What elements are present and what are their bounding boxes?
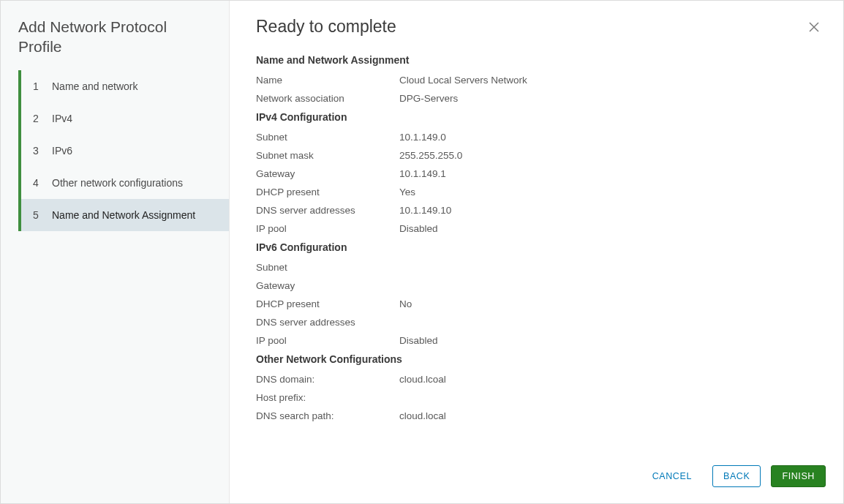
value-ipv4-subnet: 10.1.149.0 xyxy=(399,132,446,143)
step-ipv6[interactable]: 3 IPv6 xyxy=(18,135,229,167)
step-name-and-network[interactable]: 1 Name and network xyxy=(18,70,229,102)
wizard-title: Add Network Protocol Profile xyxy=(1,17,229,70)
label-ipv4-mask: Subnet mask xyxy=(256,150,399,161)
step-number: 4 xyxy=(33,177,43,189)
value-ipv4-gateway: 10.1.149.1 xyxy=(399,168,446,179)
row-dns-domain: DNS domain: cloud.lcoal xyxy=(256,374,826,385)
wizard-sidebar: Add Network Protocol Profile 1 Name and … xyxy=(1,1,230,503)
wizard-main: Ready to complete Name and Network Assig… xyxy=(230,1,843,503)
wizard-footer: CANCEL BACK FINISH xyxy=(230,454,843,503)
main-header: Ready to complete xyxy=(230,1,843,45)
label-ipv6-subnet: Subnet xyxy=(256,262,399,273)
finish-button[interactable]: FINISH xyxy=(771,465,826,487)
row-ipv4-subnet: Subnet 10.1.149.0 xyxy=(256,132,826,143)
row-ipv4-dns: DNS server addresses 10.1.149.10 xyxy=(256,205,826,216)
close-icon[interactable] xyxy=(808,20,820,37)
value-ipv4-dhcp: Yes xyxy=(399,187,415,198)
value-dns-search-path: cloud.local xyxy=(399,410,446,421)
row-host-prefix: Host prefix: xyxy=(256,392,826,403)
label-host-prefix: Host prefix: xyxy=(256,392,399,403)
row-network-association: Network association DPG-Servers xyxy=(256,93,826,104)
row-ipv6-subnet: Subnet xyxy=(256,262,826,273)
step-ipv4[interactable]: 2 IPv4 xyxy=(18,102,229,135)
step-other-network-configurations[interactable]: 4 Other network configurations xyxy=(18,167,229,199)
value-ipv6-pool: Disabled xyxy=(399,335,438,346)
value-network-association: DPG-Servers xyxy=(399,93,458,104)
value-dns-domain: cloud.lcoal xyxy=(399,374,446,385)
label-ipv6-dns: DNS server addresses xyxy=(256,317,399,328)
value-ipv6-dhcp: No xyxy=(399,298,412,309)
section-heading-ipv6: IPv6 Configuration xyxy=(256,241,826,253)
row-ipv6-pool: IP pool Disabled xyxy=(256,335,826,346)
summary-scroll[interactable]: Name and Network Assignment Name Cloud L… xyxy=(230,45,843,454)
row-ipv4-pool: IP pool Disabled xyxy=(256,223,826,234)
label-dns-search-path: DNS search path: xyxy=(256,410,399,421)
label-network-association: Network association xyxy=(256,93,399,104)
section-heading-other: Other Network Configurations xyxy=(256,353,826,365)
step-label: Other network configurations xyxy=(52,177,183,189)
value-name: Cloud Local Servers Network xyxy=(399,75,527,86)
page-title: Ready to complete xyxy=(256,17,396,37)
step-label: Name and Network Assignment xyxy=(52,209,195,221)
label-ipv6-gateway: Gateway xyxy=(256,280,399,291)
back-button[interactable]: BACK xyxy=(712,465,761,487)
row-name: Name Cloud Local Servers Network xyxy=(256,75,826,86)
step-number: 2 xyxy=(33,113,43,124)
step-label: IPv6 xyxy=(52,145,72,157)
value-ipv4-dns: 10.1.149.10 xyxy=(399,205,451,216)
wizard-steps: 1 Name and network 2 IPv4 3 IPv6 4 Other… xyxy=(1,70,229,231)
step-number: 3 xyxy=(33,145,43,157)
wizard-dialog: Add Network Protocol Profile 1 Name and … xyxy=(0,0,844,504)
label-ipv4-pool: IP pool xyxy=(256,223,399,234)
step-name-and-network-assignment[interactable]: 5 Name and Network Assignment xyxy=(18,199,229,231)
label-ipv4-gateway: Gateway xyxy=(256,168,399,179)
value-ipv4-pool: Disabled xyxy=(399,223,438,234)
value-ipv4-mask: 255.255.255.0 xyxy=(399,150,462,161)
step-label: IPv4 xyxy=(52,113,72,124)
row-ipv4-mask: Subnet mask 255.255.255.0 xyxy=(256,150,826,161)
row-ipv6-dns: DNS server addresses xyxy=(256,317,826,328)
step-label: Name and network xyxy=(52,80,138,92)
step-number: 5 xyxy=(33,209,43,221)
label-ipv4-dhcp: DHCP present xyxy=(256,187,399,198)
row-ipv6-gateway: Gateway xyxy=(256,280,826,291)
section-heading-name-assignment: Name and Network Assignment xyxy=(256,54,826,66)
section-heading-ipv4: IPv4 Configuration xyxy=(256,111,826,123)
label-ipv4-dns: DNS server addresses xyxy=(256,205,399,216)
label-ipv4-subnet: Subnet xyxy=(256,132,399,143)
label-ipv6-pool: IP pool xyxy=(256,335,399,346)
cancel-button[interactable]: CANCEL xyxy=(642,465,702,487)
row-ipv6-dhcp: DHCP present No xyxy=(256,298,826,309)
label-dns-domain: DNS domain: xyxy=(256,374,399,385)
row-ipv4-gateway: Gateway 10.1.149.1 xyxy=(256,168,826,179)
label-name: Name xyxy=(256,75,399,86)
step-number: 1 xyxy=(33,80,43,92)
row-ipv4-dhcp: DHCP present Yes xyxy=(256,187,826,198)
label-ipv6-dhcp: DHCP present xyxy=(256,298,399,309)
row-dns-search-path: DNS search path: cloud.local xyxy=(256,410,826,421)
